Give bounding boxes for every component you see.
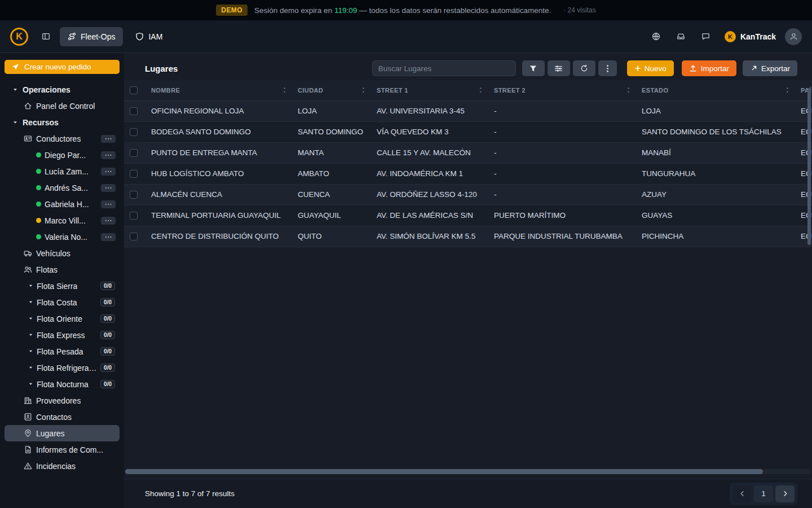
horizontal-scrollbar-thumb[interactable] xyxy=(125,469,763,474)
table-cell: AV. UNIVERSITARIA 3-45 xyxy=(377,100,494,121)
driver-menu-button[interactable]: ⋯ xyxy=(101,151,116,159)
column-settings-button[interactable] xyxy=(548,60,570,76)
column-header-ciudad[interactable]: CIUDAD xyxy=(298,80,377,100)
nav-fleet-ops[interactable]: Fleet-Ops xyxy=(60,27,123,46)
column-header-nombre[interactable]: NOMBRE xyxy=(151,80,298,100)
column-header-estado[interactable]: ESTADO xyxy=(642,80,801,100)
sidebar-item-lugares[interactable]: Lugares xyxy=(5,425,120,441)
sidebar-toggle-button[interactable] xyxy=(36,27,55,46)
export-button[interactable]: Exportar xyxy=(743,60,797,76)
table-cell: MANABÍ xyxy=(642,142,801,163)
sidebar-fleet-flota-costa[interactable]: Flota Costa0/0 xyxy=(5,294,120,310)
row-checkbox[interactable] xyxy=(130,212,138,220)
user-avatar[interactable] xyxy=(785,28,802,45)
sidebar-item-incidencias[interactable]: Incidencias xyxy=(5,458,120,474)
page-number-button[interactable]: 1 xyxy=(754,485,773,502)
table-row[interactable]: HUB LOGÍSTICO AMBATOAMBATOAV. INDOAMÉRIC… xyxy=(124,163,812,184)
sidebar-item-informes-de-com[interactable]: Informes de Com... xyxy=(5,441,120,458)
building-icon xyxy=(24,396,32,405)
sidebar-driver-lucia-zam[interactable]: Lucía Zam...⋯ xyxy=(5,163,120,179)
import-button[interactable]: Importar xyxy=(682,60,736,76)
next-page-button[interactable] xyxy=(775,485,795,502)
sidebar-driver-diego-par[interactable]: Diego Par...⋯ xyxy=(5,147,120,163)
table-cell: MANTA xyxy=(298,142,377,163)
horizontal-scrollbar-track[interactable] xyxy=(125,469,811,474)
truck-icon xyxy=(24,249,32,257)
user-icon xyxy=(789,32,798,41)
sidebar-item-panel-de-control[interactable]: Panel de Control xyxy=(5,98,120,114)
shield-icon xyxy=(135,32,144,41)
checkbox-cell xyxy=(124,142,151,163)
row-checkbox[interactable] xyxy=(130,149,138,157)
sidebar-fleet-flota-sierra[interactable]: Flota Sierra0/0 xyxy=(5,278,120,294)
layout-icon xyxy=(42,32,50,41)
row-checkbox[interactable] xyxy=(130,107,138,115)
sidebar-fleet-flota-pesada[interactable]: Flota Pesada0/0 xyxy=(5,343,120,360)
prev-page-button[interactable] xyxy=(732,485,752,502)
table-cell: AV. INDOAMÉRICA KM 1 xyxy=(377,163,494,184)
new-button[interactable]: Nuevo xyxy=(627,60,674,76)
table-row[interactable]: TERMINAL PORTUARIA GUAYAQUILGUAYAQUILAV.… xyxy=(124,205,812,226)
sidebar-section-recursos[interactable]: Recursos xyxy=(5,114,120,130)
driver-menu-button[interactable]: ⋯ xyxy=(101,233,116,241)
sidebar-item-contactos[interactable]: Contactos xyxy=(5,409,120,425)
row-checkbox[interactable] xyxy=(130,233,138,240)
table-row[interactable]: ALMACÉN CUENCACUENCAAV. ORDÓÑEZ LASSO 4-… xyxy=(124,184,812,205)
demo-message: Sesión demo expira en119:09— todos los d… xyxy=(254,6,551,15)
table-row[interactable]: CENTRO DE DISTRIBUCIÓN QUITOQUITOAV. SIM… xyxy=(124,226,812,247)
sidebar-section-operaciones[interactable]: Operaciones xyxy=(5,81,120,98)
nav-iam[interactable]: IAM xyxy=(127,27,170,46)
table-cell: - xyxy=(494,100,642,121)
refresh-button[interactable] xyxy=(573,60,595,76)
id-card-icon xyxy=(24,134,32,143)
driver-menu-button[interactable]: ⋯ xyxy=(101,184,116,192)
sidebar-fleet-flota-nocturna[interactable]: Flota Nocturna0/0 xyxy=(5,376,120,392)
table-row[interactable]: BODEGA SANTO DOMINGOSANTO DOMINGOVÍA QUE… xyxy=(124,121,812,142)
sidebar-driver-marco-vill[interactable]: Marco Vill...⋯ xyxy=(5,212,120,229)
demo-timer: 119:09 xyxy=(334,6,357,15)
table-cell: CALLE 15 Y AV. MALECÓN xyxy=(377,142,494,163)
sidebar-item-proveedores[interactable]: Proveedores xyxy=(5,392,120,409)
vertical-scrollbar-thumb[interactable] xyxy=(807,88,811,245)
table-cell: TUNGURAHUA xyxy=(642,163,801,184)
sidebar-item-flotas[interactable]: Flotas xyxy=(5,261,120,278)
search-input[interactable] xyxy=(372,60,516,76)
table-row[interactable]: PUNTO DE ENTREGA MANTAMANTACALLE 15 Y AV… xyxy=(124,142,812,163)
sidebar-item-vehiculos[interactable]: Vehículos xyxy=(5,245,120,261)
row-checkbox[interactable] xyxy=(130,191,138,199)
column-header-street-1[interactable]: STREET 1 xyxy=(377,80,494,100)
row-checkbox[interactable] xyxy=(130,170,138,178)
locale-button[interactable] xyxy=(647,27,666,46)
table-row[interactable]: OFICINA REGIONAL LOJALOJAAV. UNIVERSITAR… xyxy=(124,100,812,121)
table-cell: PICHINCHA xyxy=(642,226,801,247)
driver-menu-button[interactable]: ⋯ xyxy=(101,217,116,225)
table-body: OFICINA REGIONAL LOJALOJAAV. UNIVERSITAR… xyxy=(124,100,812,247)
home-icon xyxy=(24,102,32,110)
org-switcher[interactable]: K KanTrack xyxy=(721,31,779,42)
select-all-checkbox[interactable] xyxy=(130,86,138,94)
sidebar-driver-gabriela-h[interactable]: Gabriela H...⋯ xyxy=(5,196,120,212)
sidebar-item-conductores[interactable]: Conductores⋯ xyxy=(5,130,120,147)
sidebar-driver-andres-sa[interactable]: Andrés Sa...⋯ xyxy=(5,179,120,196)
inbox-button[interactable] xyxy=(672,27,691,46)
row-checkbox[interactable] xyxy=(130,128,138,136)
table-cell: GUAYAQUIL xyxy=(298,205,377,226)
chat-button[interactable] xyxy=(696,27,716,46)
driver-status-dot xyxy=(36,152,41,157)
create-order-button[interactable]: Crear nuevo pedido xyxy=(5,60,120,74)
column-header-street-2[interactable]: STREET 2 xyxy=(494,80,642,100)
sidebar-fleet-flota-oriente[interactable]: Flota Oriente0/0 xyxy=(5,310,120,327)
caret-down-icon xyxy=(28,365,33,370)
app-logo[interactable]: K xyxy=(10,28,28,46)
table-cell: PUNTO DE ENTREGA MANTA xyxy=(151,142,298,163)
sidebar-driver-valeria-no[interactable]: Valeria No...⋯ xyxy=(5,229,120,245)
driver-menu-button[interactable]: ⋯ xyxy=(101,168,116,176)
sidebar-fleet-flota-express[interactable]: Flota Express0/0 xyxy=(5,327,120,343)
sidebar-fleet-flota-refrigerada[interactable]: Flota Refrigerada0/0 xyxy=(5,360,120,376)
item-menu-button[interactable]: ⋯ xyxy=(101,135,116,143)
filter-button[interactable] xyxy=(522,60,545,76)
checkbox-cell xyxy=(124,121,151,142)
more-actions-button[interactable] xyxy=(598,60,617,76)
table-cell: - xyxy=(494,184,642,205)
driver-menu-button[interactable]: ⋯ xyxy=(101,200,116,208)
